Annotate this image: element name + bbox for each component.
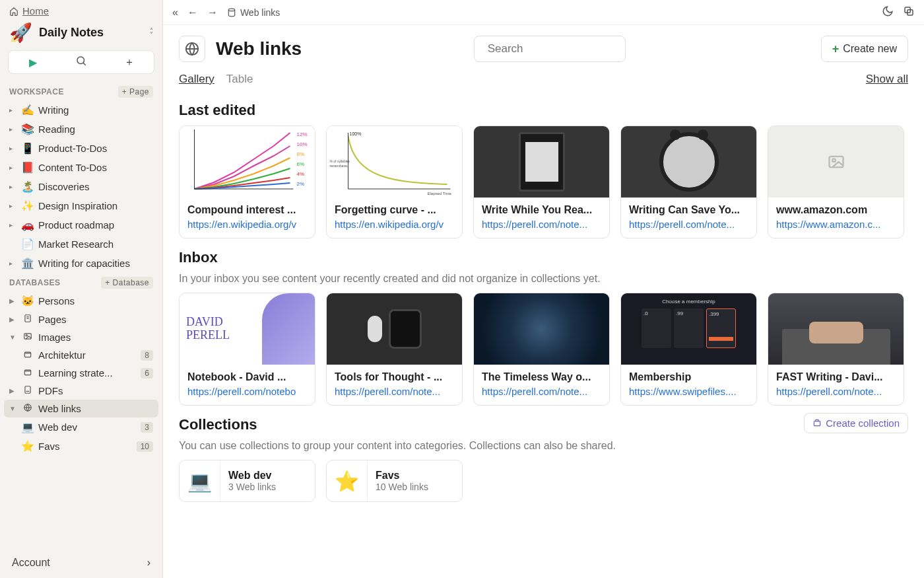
create-collection-button[interactable]: Create collection	[804, 413, 908, 433]
databases-header-label: DATABASES	[9, 278, 60, 287]
sidebar-item[interactable]: ▸ 🚗 Product roadmap	[4, 215, 158, 235]
nav-forward-icon[interactable]: →	[207, 7, 218, 18]
collection-title: Web dev	[228, 470, 276, 482]
search-box[interactable]	[474, 36, 626, 62]
svg-text:8%: 8%	[297, 151, 305, 157]
moon-icon[interactable]	[882, 5, 894, 20]
card-title: Membership	[629, 371, 748, 383]
card-url: https://en.wikipedia.org/v	[187, 219, 307, 230]
svg-line-1	[83, 63, 86, 65]
link-card[interactable]: Choose a membership .0 .99 .399 Membersh…	[620, 293, 757, 406]
sidebar-db-subitem[interactable]: ⭐Favs 10	[4, 437, 158, 456]
link-card[interactable]: Tools for Thought - ... https://perell.c…	[326, 293, 463, 406]
sidebar-item[interactable]: ▸ 📚 Reading	[4, 120, 158, 139]
daily-notes-title: Daily Notes	[39, 26, 143, 40]
last-edited-title: Last edited	[179, 102, 908, 119]
sidebar-db-subitem[interactable]: 💻Web dev 3	[4, 417, 158, 437]
nav-back-icon[interactable]: ←	[187, 7, 198, 18]
sidebar-db-subitem[interactable]: Learning strate... 6	[4, 364, 158, 382]
svg-rect-38	[814, 421, 820, 426]
sidebar-db-item[interactable]: ▶ PDFs	[4, 382, 158, 400]
create-new-button[interactable]: + Create new	[821, 36, 908, 62]
workspace-list: ▸ ✍️ Writing▸ 📚 Reading▸ 📱 Product-To-Do…	[0, 100, 162, 273]
plus-icon[interactable]: ＋	[106, 55, 154, 69]
breadcrumb-label: Web links	[240, 7, 280, 18]
card-title: Notebook - David ...	[187, 371, 307, 383]
card-thumbnail: 100% Elapsed Time % of syllables remembe…	[327, 126, 462, 198]
sidebar-db-subitem[interactable]: Architektur 8	[4, 346, 158, 364]
svg-text:6%: 6%	[297, 161, 305, 167]
search-input[interactable]	[488, 42, 628, 55]
item-label: Favs	[38, 441, 133, 452]
sidebar-item[interactable]: ▸ 🏝️ Discoveries	[4, 177, 158, 196]
item-label: Writing for capacities	[38, 258, 153, 269]
item-emoji: 📱	[21, 142, 34, 155]
collapse-sidebar-icon[interactable]: «	[172, 7, 178, 18]
sidebar-item[interactable]: ▸ ✍️ Writing	[4, 100, 158, 120]
caret-icon: ▸	[9, 106, 17, 114]
svg-rect-7	[24, 352, 30, 357]
daily-notes-row[interactable]: 🚀 Daily Notes ˄˅	[0, 19, 162, 50]
sidebar-db-item[interactable]: ▼ Web links	[4, 400, 158, 417]
collection-icon	[812, 418, 822, 427]
svg-text:12%: 12%	[297, 131, 308, 137]
topbar: « ← → Web links	[163, 0, 924, 25]
svg-point-37	[832, 159, 836, 162]
home-link[interactable]: Home	[0, 0, 162, 19]
collection-card[interactable]: 💻 Web dev 3 Web links	[179, 460, 315, 502]
svg-rect-9	[25, 386, 30, 394]
inbox-title: Inbox	[179, 249, 908, 266]
collection-title: Favs	[376, 470, 428, 482]
collections-title: Collections	[179, 416, 257, 433]
collection-card[interactable]: ⭐ Favs 10 Web links	[326, 460, 463, 502]
card-thumbnail: 12% 10% 8% 6% 4% 2%	[180, 126, 315, 198]
item-emoji: 📕	[21, 161, 34, 174]
svg-point-6	[26, 335, 27, 336]
sidebar-item[interactable]: ▸ ✨ Design Inspiration	[4, 196, 158, 215]
add-page-button[interactable]: + Page	[118, 86, 153, 98]
item-label: Writing	[38, 104, 153, 116]
link-card[interactable]: Write While You Rea... https://perell.co…	[473, 126, 610, 238]
card-url: https://perell.com/note...	[335, 386, 454, 397]
main: « ← → Web links Web links	[163, 0, 924, 578]
sidebar-item[interactable]: ▸ 🏛️ Writing for capacities	[4, 254, 158, 273]
databases-list: ▶ 🐱 Persons▶ Pages▼ ImagesArchitektur 8L…	[0, 291, 162, 456]
svg-text:100%: 100%	[350, 131, 362, 136]
add-database-button[interactable]: + Database	[101, 277, 153, 289]
item-emoji: 💻	[21, 421, 34, 433]
sidebar-item[interactable]: ▸ 📱 Product-To-Dos	[4, 139, 158, 158]
updown-icon[interactable]: ˄˅	[150, 29, 153, 37]
collection-emoji: ⭐	[327, 460, 368, 501]
sidebar-db-item[interactable]: ▼ Images	[4, 328, 158, 346]
link-card[interactable]: DAVIDPERELL Notebook - David ... https:/…	[179, 293, 315, 406]
link-card[interactable]: The Timeless Way o... https://perell.com…	[473, 293, 610, 406]
count-badge: 10	[137, 441, 153, 452]
caret-icon: ▸	[9, 183, 17, 190]
link-card[interactable]: 12% 10% 8% 6% 4% 2% Compound interest ..…	[179, 126, 315, 238]
show-all-link[interactable]: Show all	[866, 73, 908, 86]
sidebar-item[interactable]: ▸ 📕 Content To-Dos	[4, 158, 158, 177]
db-icon	[21, 385, 34, 396]
tab-table[interactable]: Table	[226, 73, 253, 86]
sidebar-db-item[interactable]: ▶ 🐱 Persons	[4, 291, 158, 310]
item-label: Learning strate...	[38, 367, 137, 379]
search-icon[interactable]	[57, 55, 106, 69]
tab-gallery[interactable]: Gallery	[179, 73, 214, 86]
breadcrumb[interactable]: Web links	[227, 7, 280, 18]
databases-header: DATABASES + Database	[0, 273, 162, 291]
item-label: Reading	[38, 124, 153, 135]
link-card[interactable]: Writing Can Save Yo... https://perell.co…	[620, 126, 757, 238]
copy-icon[interactable]	[903, 5, 915, 20]
count-badge: 3	[141, 422, 153, 433]
link-card[interactable]: FAST Writing - Davi... https://perell.co…	[768, 293, 904, 406]
link-card[interactable]: 100% Elapsed Time % of syllables remembe…	[326, 126, 463, 238]
account-link[interactable]: Account ›	[0, 548, 162, 578]
caret-icon: ▼	[9, 405, 17, 412]
sidebar-item[interactable]: 📄 Market Research	[4, 235, 158, 254]
caret-icon: ▸	[9, 145, 17, 152]
sidebar-db-item[interactable]: ▶ Pages	[4, 310, 158, 328]
play-icon[interactable]: ▶	[9, 56, 57, 69]
card-url: https://en.wikipedia.org/v	[335, 219, 454, 230]
item-label: Architektur	[38, 349, 137, 361]
link-card[interactable]: www.amazon.com https://www.amazon.c...	[768, 126, 904, 238]
